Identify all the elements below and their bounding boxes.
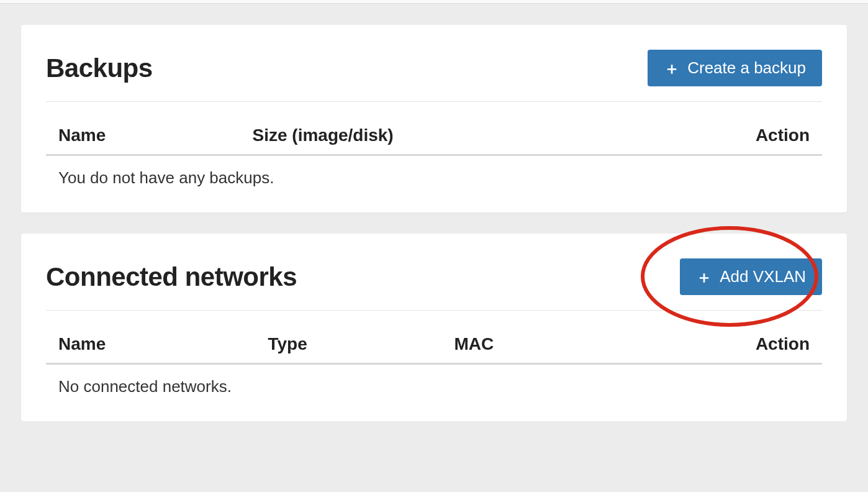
backups-col-name: Name <box>46 117 240 155</box>
networks-col-action: Action <box>706 326 823 364</box>
top-divider <box>0 0 868 4</box>
add-vxlan-button-label: Add VXLAN <box>720 267 806 286</box>
networks-col-name: Name <box>46 326 256 364</box>
plus-icon: ＋ <box>664 60 680 76</box>
table-row: You do not have any backups. <box>46 155 822 194</box>
networks-panel-header: Connected networks ＋ Add VXLAN <box>46 258 822 311</box>
networks-panel: Connected networks ＋ Add VXLAN Name Type… <box>21 234 847 421</box>
networks-empty-message: No connected networks. <box>46 364 822 403</box>
networks-col-type: Type <box>256 326 442 364</box>
networks-col-mac: MAC <box>442 326 706 364</box>
backups-col-action: Action <box>706 117 823 155</box>
backups-panel: Backups ＋ Create a backup Name Size (ima… <box>21 25 847 212</box>
backups-title: Backups <box>46 53 153 83</box>
networks-table: Name Type MAC Action No connected networ… <box>46 326 822 403</box>
add-vxlan-button[interactable]: ＋ Add VXLAN <box>680 258 822 295</box>
create-backup-button-label: Create a backup <box>687 58 806 78</box>
table-row: No connected networks. <box>46 364 822 403</box>
plus-icon: ＋ <box>696 269 712 285</box>
backups-panel-header: Backups ＋ Create a backup <box>46 50 822 102</box>
backups-col-size: Size (image/disk) <box>240 117 706 155</box>
backups-empty-message: You do not have any backups. <box>46 155 822 194</box>
networks-title: Connected networks <box>46 262 297 292</box>
create-backup-button[interactable]: ＋ Create a backup <box>648 50 822 86</box>
backups-table: Name Size (image/disk) Action You do not… <box>46 117 822 194</box>
